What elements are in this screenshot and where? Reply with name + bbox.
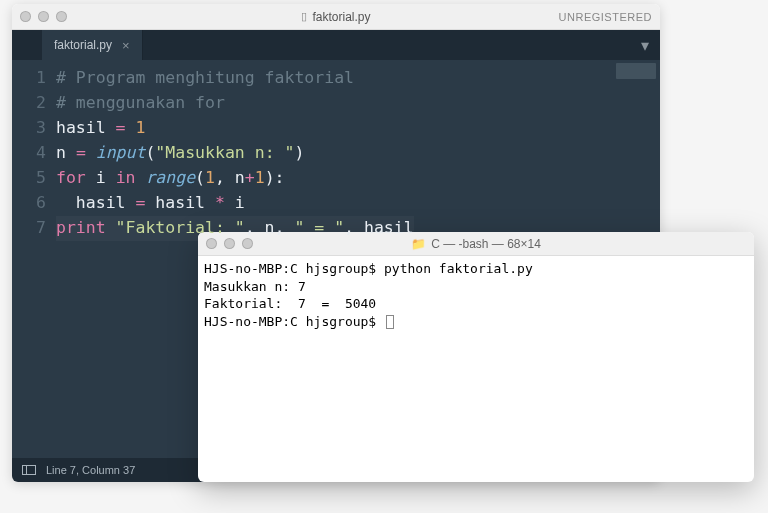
line-number: 6 bbox=[12, 191, 46, 216]
tab-faktorial[interactable]: faktorial.py × bbox=[42, 30, 143, 60]
line-number: 2 bbox=[12, 91, 46, 116]
terminal-line: HJS-no-MBP:C hjsgroup$ python faktorial.… bbox=[204, 261, 533, 276]
code-line: hasil = hasil * i bbox=[56, 191, 414, 216]
terminal-cursor bbox=[386, 315, 394, 329]
line-number: 7 bbox=[12, 216, 46, 241]
terminal-title: 📁 C — -bash — 68×14 bbox=[411, 237, 541, 251]
tab-label: faktorial.py bbox=[54, 38, 112, 52]
code-line: # Program menghitung faktorial bbox=[56, 66, 414, 91]
terminal-window: 📁 C — -bash — 68×14 HJS-no-MBP:C hjsgrou… bbox=[198, 232, 754, 482]
minimize-light[interactable] bbox=[38, 11, 49, 22]
line-number: 4 bbox=[12, 141, 46, 166]
editor-titlebar: ▯ faktorial.py UNREGISTERED bbox=[12, 4, 660, 30]
terminal-line: HJS-no-MBP:C hjsgroup$ bbox=[204, 314, 384, 329]
terminal-line: Faktorial: 7 = 5040 bbox=[204, 296, 376, 311]
line-number: 5 bbox=[12, 166, 46, 191]
traffic-lights bbox=[20, 11, 67, 22]
window-title-text: faktorial.py bbox=[312, 10, 370, 24]
chevron-down-icon: ▾ bbox=[641, 36, 649, 55]
maximize-light[interactable] bbox=[56, 11, 67, 22]
code-line: n = input("Masukkan n: ") bbox=[56, 141, 414, 166]
code-line: # menggunakan for bbox=[56, 91, 414, 116]
line-number: 1 bbox=[12, 66, 46, 91]
tab-dropdown[interactable]: ▾ bbox=[630, 30, 660, 60]
terminal-body[interactable]: HJS-no-MBP:C hjsgroup$ python faktorial.… bbox=[198, 256, 754, 482]
code-line: hasil = 1 bbox=[56, 116, 414, 141]
line-number: 3 bbox=[12, 116, 46, 141]
close-light[interactable] bbox=[20, 11, 31, 22]
file-icon: ▯ bbox=[301, 10, 307, 23]
terminal-line: Masukkan n: 7 bbox=[204, 279, 306, 294]
panel-icon[interactable] bbox=[22, 465, 36, 475]
terminal-title-text: C — -bash — 68×14 bbox=[431, 237, 541, 251]
status-cursor-position: Line 7, Column 37 bbox=[46, 464, 135, 476]
gutter: 1 2 3 4 5 6 7 bbox=[12, 60, 56, 458]
code-line: for i in range(1, n+1): bbox=[56, 166, 414, 191]
registration-badge: UNREGISTERED bbox=[559, 11, 652, 23]
minimap[interactable] bbox=[616, 63, 656, 79]
close-icon[interactable]: × bbox=[122, 38, 130, 53]
window-title: ▯ faktorial.py bbox=[301, 10, 370, 24]
tab-bar: faktorial.py × ▾ bbox=[12, 30, 660, 60]
code-line: print "Faktorial: ", n, " = ", hasil bbox=[56, 216, 414, 241]
